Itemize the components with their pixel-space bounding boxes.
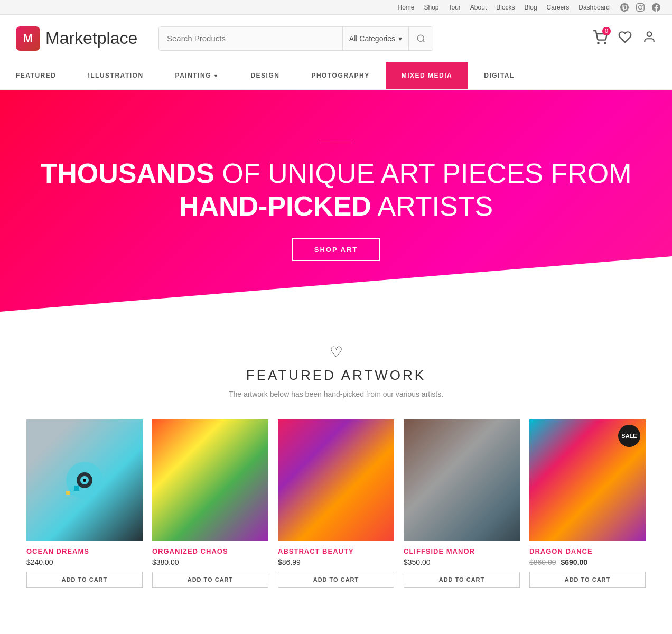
product-price-ocean-dreams: $240.00 — [26, 558, 143, 566]
nav-blog[interactable]: Blog — [525, 4, 537, 11]
top-navigation: Home Shop Tour About Blocks Blog Careers… — [0, 0, 672, 15]
nav-home[interactable]: Home — [397, 4, 414, 11]
cat-design[interactable]: Design — [235, 62, 295, 89]
cat-featured[interactable]: Featured — [0, 62, 72, 89]
product-name-cliffside-manor: CLIFFSIDE MANOR — [404, 547, 520, 555]
add-to-cart-dragon-dance[interactable]: ADD TO CART — [529, 572, 646, 588]
product-image-ocean-dreams — [26, 419, 143, 541]
search-input[interactable] — [159, 27, 342, 50]
hero-title: THOUSANDS OF UNIQUE ART PIECES FROM HAND… — [40, 157, 631, 223]
add-to-cart-cliffside-manor[interactable]: ADD TO CART — [404, 572, 520, 588]
cat-digital[interactable]: Digital — [468, 62, 530, 89]
cat-painting[interactable]: Painting — [160, 62, 235, 89]
site-header: M Marketplace All Categories ▾ 0 — [0, 15, 672, 62]
product-image-abstract-beauty — [278, 419, 394, 541]
instagram-icon[interactable] — [635, 2, 646, 13]
svg-rect-10 — [66, 491, 70, 495]
category-navigation: Featured Illustration Painting Design Ph… — [0, 62, 672, 90]
add-to-cart-ocean-dreams[interactable]: ADD TO CART — [26, 572, 143, 588]
svg-rect-9 — [74, 486, 79, 491]
product-card-organized-chaos: ORGANIZED CHAOS $380.00 ADD TO CART — [152, 419, 268, 588]
artwork-abstract-beauty — [278, 419, 394, 541]
cart-button[interactable]: 0 — [593, 30, 608, 47]
wishlist-button[interactable] — [618, 30, 632, 47]
nav-shop[interactable]: Shop — [424, 4, 438, 11]
search-bar: All Categories ▾ — [158, 26, 433, 51]
nav-dashboard[interactable]: Dashboard — [578, 4, 610, 11]
svg-point-2 — [604, 42, 605, 43]
logo-name: Marketplace — [45, 29, 137, 48]
product-price-dragon-dance: $860.00 $690.00 — [529, 558, 646, 566]
logo-area[interactable]: M Marketplace — [16, 26, 143, 51]
nav-blocks[interactable]: Blocks — [496, 4, 515, 11]
product-card-dragon-dance: SALE DRAGON DANCE $860.00 $690.00 ADD TO… — [529, 419, 646, 588]
product-name-organized-chaos: ORGANIZED CHAOS — [152, 547, 268, 555]
artwork-ocean-dreams — [26, 419, 143, 541]
product-card-ocean-dreams: OCEAN DREAMS $240.00 ADD TO CART — [26, 419, 143, 588]
cat-photography[interactable]: Photography — [295, 62, 385, 89]
cat-illustration[interactable]: Illustration — [72, 62, 159, 89]
artwork-organized-chaos — [152, 419, 268, 541]
facebook-icon[interactable] — [651, 2, 661, 13]
category-dropdown[interactable]: All Categories ▾ — [342, 27, 408, 50]
product-image-organized-chaos — [152, 419, 268, 541]
header-icons: 0 — [593, 30, 656, 47]
svg-point-3 — [647, 32, 652, 36]
chevron-down-icon: ▾ — [398, 34, 402, 43]
nav-careers[interactable]: Careers — [547, 4, 570, 11]
svg-point-0 — [417, 35, 424, 41]
add-to-cart-abstract-beauty[interactable]: ADD TO CART — [278, 572, 394, 588]
hero-content: THOUSANDS OF UNIQUE ART PIECES FROM HAND… — [40, 141, 631, 262]
product-name-abstract-beauty: ABSTRACT BEAUTY — [278, 547, 394, 555]
product-card-cliffside-manor: CLIFFSIDE MANOR $350.00 ADD TO CART — [404, 419, 520, 588]
artwork-cliffside-manor — [404, 419, 520, 541]
cat-mixed-media[interactable]: Mixed Media — [386, 62, 469, 89]
nav-tour[interactable]: Tour — [449, 4, 461, 11]
section-title: FEATURED ARTWORK — [21, 367, 651, 384]
svg-point-1 — [598, 42, 599, 43]
search-button[interactable] — [408, 27, 433, 50]
account-button[interactable] — [642, 30, 656, 47]
nav-about[interactable]: About — [470, 4, 487, 11]
product-name-ocean-dreams: OCEAN DREAMS — [26, 547, 143, 555]
product-price-organized-chaos: $380.00 — [152, 558, 268, 566]
section-header: ♡ FEATURED ARTWORK The artwork below has… — [21, 343, 651, 398]
heart-icon: ♡ — [21, 343, 651, 361]
product-price-cliffside-manor: $350.00 — [404, 558, 520, 566]
product-grid: OCEAN DREAMS $240.00 ADD TO CART ORGANIZ… — [21, 419, 651, 588]
featured-section: ♡ FEATURED ARTWORK The artwork below has… — [0, 312, 672, 609]
product-image-cliffside-manor — [404, 419, 520, 541]
product-image-dragon-dance: SALE — [529, 419, 646, 541]
section-subtitle: The artwork below has been hand-picked f… — [21, 390, 651, 398]
product-price-abstract-beauty: $86.99 — [278, 558, 394, 566]
pinterest-icon[interactable] — [619, 2, 630, 13]
add-to-cart-organized-chaos[interactable]: ADD TO CART — [152, 572, 268, 588]
product-card-abstract-beauty: ABSTRACT BEAUTY $86.99 ADD TO CART — [278, 419, 394, 588]
hero-banner: THOUSANDS OF UNIQUE ART PIECES FROM HAND… — [0, 90, 672, 312]
sale-badge: SALE — [618, 425, 640, 447]
cart-badge: 0 — [602, 27, 611, 35]
hero-divider — [320, 141, 352, 141]
svg-point-7 — [83, 479, 86, 482]
logo-icon: M — [16, 26, 40, 51]
product-name-dragon-dance: DRAGON DANCE — [529, 547, 646, 555]
shop-art-button[interactable]: SHOP ART — [292, 238, 380, 261]
social-icons — [619, 2, 661, 13]
